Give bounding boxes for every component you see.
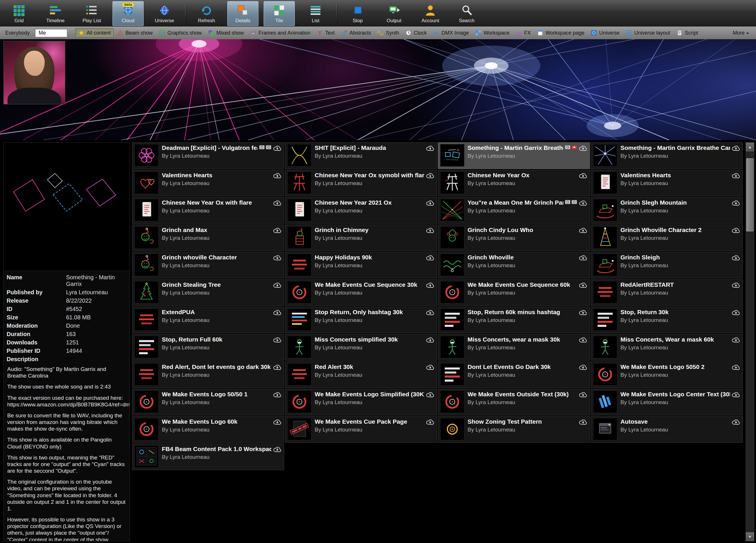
download-cloud-icon[interactable] (273, 418, 282, 425)
content-tile[interactable]: We Make Events Logo Center Text (30k)By … (591, 389, 743, 415)
download-cloud-icon[interactable] (579, 200, 588, 206)
download-cloud-icon[interactable] (579, 418, 588, 425)
download-cloud-icon[interactable] (731, 227, 740, 234)
toolbar-button-play-list[interactable]: Play List (76, 1, 107, 26)
content-tile[interactable]: Miss Concerts simplified 30kBy Lyra Leto… (285, 334, 437, 360)
filter-button-dmx-image[interactable]: DMX Image (430, 28, 472, 37)
more-button[interactable]: More ▸ (729, 30, 753, 36)
download-cloud-icon[interactable] (731, 254, 740, 261)
download-cloud-icon[interactable] (731, 281, 740, 288)
filter-button-universe-layout[interactable]: Universe layout (623, 28, 673, 37)
download-cloud-icon[interactable] (731, 200, 740, 206)
download-cloud-icon[interactable] (426, 172, 435, 179)
content-tile[interactable]: Something - Martin Garrix Breathe Caroli… (591, 142, 743, 169)
download-cloud-icon[interactable] (426, 200, 435, 206)
download-cloud-icon[interactable] (731, 309, 740, 315)
toolbar-button-timeline[interactable]: Timeline (40, 1, 71, 26)
download-cloud-icon[interactable] (579, 281, 588, 288)
download-cloud-icon[interactable] (731, 145, 740, 151)
download-cloud-icon[interactable] (731, 336, 740, 343)
scrollbar-track[interactable] (746, 151, 754, 532)
content-tile[interactable]: Grinch WhovilleBy Lyra Letourneau (438, 252, 590, 278)
toolbar-button-account[interactable]: Account (415, 1, 446, 26)
content-tile[interactable]: We Make Events Cue Sequence 30kBy Lyra L… (285, 279, 437, 306)
content-tile[interactable]: Grinch in ChimneyBy Lyra Letourneau (285, 225, 437, 251)
content-tile[interactable]: Grinch and MaxBy Lyra Letourneau (132, 225, 284, 251)
content-tile[interactable]: FB4 Beam Content Pack 1.0 WorkspaceBy Ly… (132, 444, 284, 470)
filter-button-workspace[interactable]: Workspace (472, 28, 512, 37)
content-tile[interactable]: We Make Events Outside Text (30k)By Lyra… (438, 389, 590, 415)
download-cloud-icon[interactable] (579, 172, 588, 179)
content-tile[interactable]: Chinese New Year 2021 OxBy Lyra Letourne… (285, 197, 437, 224)
scope-field[interactable]: Me (35, 29, 67, 37)
content-tile[interactable]: Grinch SleighBy Lyra Letourneau (591, 252, 743, 278)
download-cloud-icon[interactable] (426, 364, 435, 370)
content-tile[interactable]: We Make Events Logo 5050 2By Lyra Letour… (591, 361, 743, 388)
toolbar-button-universe[interactable]: Universe (149, 1, 180, 26)
content-tile[interactable]: Stop Return, Only hashtag 30kBy Lyra Let… (285, 307, 437, 333)
content-tile[interactable]: Miss Concerts, wear a mask 30kBy Lyra Le… (438, 334, 590, 360)
content-tile[interactable]: AutosaveBy Lyra Letourneau (591, 416, 743, 443)
content-tile[interactable]: Happy Holidays 90kBy Lyra Letourneau (285, 252, 437, 278)
download-cloud-icon[interactable] (273, 172, 282, 179)
download-cloud-icon[interactable] (273, 336, 282, 343)
scrollbar-thumb[interactable] (746, 158, 754, 232)
content-tile[interactable]: We Make Events Logo 50/50 1By Lyra Letou… (132, 389, 284, 415)
content-tile[interactable]: Valentines HeartsBy Lyra Letourneau (132, 170, 284, 196)
download-cloud-icon[interactable] (579, 145, 588, 151)
filter-button-synth[interactable]: Synth (374, 28, 402, 37)
filter-button-workspace-page[interactable]: Workspace page (534, 28, 587, 37)
content-tile[interactable]: Dont Let Events Go Dark 30kBy Lyra Letou… (438, 361, 590, 388)
download-cloud-icon[interactable] (426, 391, 435, 398)
scroll-down-button[interactable]: ▼ (746, 532, 754, 541)
filter-button-abstracts[interactable]: AAbstracts (338, 28, 374, 37)
content-tile[interactable]: We Make Events Logo Simplified (30K)By L… (285, 389, 437, 415)
filter-button-all-content[interactable]: All content (75, 28, 114, 37)
content-tile[interactable]: ExtendPUABy Lyra Letourneau (132, 307, 284, 333)
filter-button-beam-show[interactable]: Beam show (114, 28, 155, 37)
filter-button-fx[interactable]: FXFX (513, 28, 534, 37)
content-tile[interactable]: RedAlertRESTARTBy Lyra Letourneau (591, 279, 743, 306)
content-tile[interactable]: Red Alert 30kBy Lyra Letourneau (285, 361, 437, 388)
content-tile[interactable]: Chinese New Year Ox symobl with flareBy … (285, 170, 437, 196)
download-cloud-icon[interactable] (426, 281, 435, 288)
download-cloud-icon[interactable] (579, 254, 588, 261)
download-cloud-icon[interactable] (579, 336, 588, 343)
download-cloud-icon[interactable] (273, 145, 282, 151)
toolbar-button-list[interactable]: List (300, 1, 331, 26)
toolbar-button-output[interactable]: Output (378, 1, 410, 26)
download-cloud-icon[interactable] (426, 254, 435, 261)
download-cloud-icon[interactable] (273, 446, 282, 452)
toolbar-button-search[interactable]: Search (451, 1, 482, 26)
filter-button-script[interactable]: Script (674, 28, 701, 37)
vertical-scrollbar[interactable]: ▲ ▼ (746, 142, 754, 541)
download-cloud-icon[interactable] (731, 418, 740, 425)
content-tile[interactable]: We Make Events Cue Sequence 60kBy Lyra L… (438, 279, 590, 306)
content-tile[interactable]: Red Alert, Dont let events go dark 30kBy… (132, 361, 284, 388)
download-cloud-icon[interactable] (731, 172, 740, 179)
download-cloud-icon[interactable] (579, 391, 588, 398)
download-cloud-icon[interactable] (273, 391, 282, 398)
download-cloud-icon[interactable] (426, 227, 435, 234)
toolbar-button-details[interactable]: Details (227, 1, 258, 26)
content-tile[interactable]: Chinese New Year Ox with flareBy Lyra Le… (132, 197, 284, 224)
content-tile[interactable]: You"re a Mean One Mr Grinch Pano...By Ly… (438, 197, 590, 224)
download-cloud-icon[interactable] (273, 309, 282, 315)
content-tile[interactable]: SHIT [Explicit] - MaraudaBy Lyra Letourn… (285, 142, 437, 169)
download-cloud-icon[interactable] (731, 364, 740, 370)
content-tile[interactable]: Stop, Return 60k minus hashtagBy Lyra Le… (438, 307, 590, 333)
download-cloud-icon[interactable] (426, 309, 435, 315)
content-tile[interactable]: Grinch Whoville Character 2By Lyra Letou… (591, 225, 743, 251)
toolbar-button-stop[interactable]: Stop (342, 1, 373, 26)
download-cloud-icon[interactable] (273, 227, 282, 234)
download-cloud-icon[interactable] (579, 309, 588, 315)
toolbar-button-cloud[interactable]: betaCloud (112, 1, 144, 26)
content-tile[interactable]: Grinch Cindy Lou WhoBy Lyra Letourneau (438, 225, 590, 251)
filter-button-universe[interactable]: Universe (588, 28, 622, 37)
download-cloud-icon[interactable] (731, 391, 740, 398)
download-cloud-icon[interactable] (273, 364, 282, 370)
content-tile[interactable]: Miss Concerts, Wear a mask 60kBy Lyra Le… (591, 334, 743, 360)
content-tile[interactable]: Grinch Slegh MountainBy Lyra Letourneau (591, 197, 743, 224)
toolbar-button-refresh[interactable]: Refresh (191, 1, 222, 26)
content-tile[interactable]: We Make Events Cue Pack PageBy Lyra Leto… (285, 416, 437, 443)
